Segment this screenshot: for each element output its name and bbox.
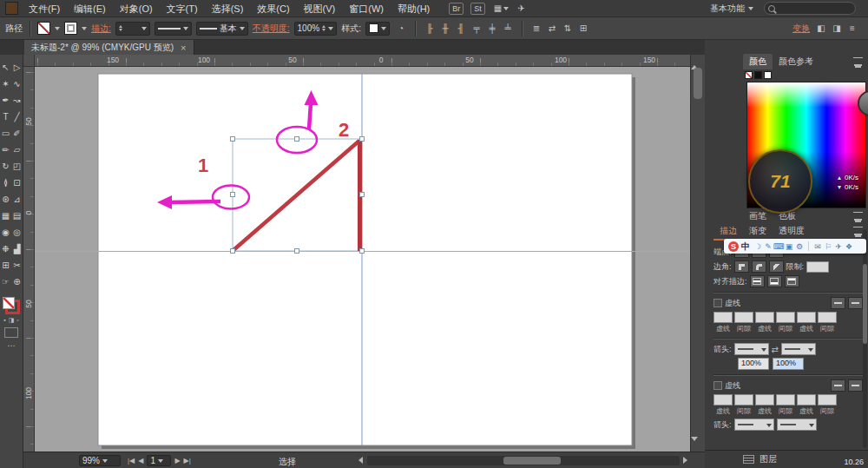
gpu-icon[interactable]: ✈ <box>517 3 524 13</box>
moon-icon[interactable]: ☽ <box>753 242 763 251</box>
dash-value-input[interactable] <box>797 312 816 323</box>
hand-tool[interactable]: ☞ <box>0 274 11 290</box>
direct-selection-tool[interactable]: ▷ <box>11 59 23 76</box>
menu-item-3[interactable]: 对象(O) <box>113 0 160 17</box>
arrange-caret-icon[interactable] <box>503 7 509 10</box>
none-button[interactable]: ▫ <box>16 317 18 324</box>
line-tool[interactable]: ╱ <box>11 109 23 125</box>
lasso-tool[interactable]: ∿ <box>11 76 23 92</box>
stroke-width-stepper[interactable] <box>119 25 122 31</box>
arrange-documents-icon[interactable]: ▦ <box>494 3 502 13</box>
bridge-badge[interactable]: Br <box>449 3 464 15</box>
dash-value-input[interactable] <box>734 312 753 323</box>
drawing-mode-icon[interactable] <box>4 327 18 338</box>
ime-language-toggle[interactable]: 中 <box>741 241 750 253</box>
none-swatch[interactable] <box>745 71 753 79</box>
artboard-tool[interactable]: ⊞ <box>0 257 11 274</box>
tab-stroke[interactable]: 描边 <box>713 223 743 241</box>
panel-menu-icon[interactable] <box>853 227 863 234</box>
dash-value-input[interactable] <box>818 394 837 405</box>
flag-icon[interactable]: ⚐ <box>823 242 833 251</box>
vertical-scrollbar[interactable] <box>690 55 705 452</box>
scroll-up-icon[interactable] <box>691 55 705 65</box>
document-viewport[interactable]: 1 2 <box>35 67 690 452</box>
perspective-grid-tool[interactable]: ⊿ <box>11 191 23 208</box>
menu-item-4[interactable]: 文字(T) <box>160 0 205 17</box>
gradient-tool[interactable]: ▤ <box>11 208 23 224</box>
scroll-down-icon[interactable] <box>691 441 705 452</box>
fill-swatch[interactable] <box>37 22 50 35</box>
white-swatch[interactable] <box>764 71 772 79</box>
handle-bottom-center[interactable] <box>295 249 299 254</box>
join-bevel-button[interactable] <box>769 260 784 273</box>
arrowhead-end-select-2[interactable] <box>777 419 817 431</box>
dashed-line-checkbox[interactable] <box>713 381 722 390</box>
network-icon[interactable]: ✈ <box>833 242 844 251</box>
dash-value-input[interactable] <box>818 312 837 323</box>
nav-prev-icon-1[interactable]: |◀ <box>128 457 135 465</box>
align-top-icon[interactable]: ╤ <box>470 22 483 35</box>
handle-top-center[interactable] <box>295 137 299 142</box>
menu-item-9[interactable]: 帮助(H) <box>391 0 437 17</box>
nav-next-icon-1[interactable]: ▶ <box>174 457 180 465</box>
slice-tool[interactable]: ✂ <box>11 257 23 274</box>
align-h-center-icon[interactable]: ╫ <box>438 22 452 35</box>
align-stroke-inside-button[interactable] <box>767 275 782 287</box>
gradient-button[interactable]: ◨ <box>9 317 15 324</box>
dash-align-button[interactable] <box>848 379 863 392</box>
style-select[interactable] <box>365 22 390 36</box>
opacity-stepper[interactable] <box>322 25 326 31</box>
arrowhead-scale-input[interactable]: 100% <box>738 358 769 370</box>
dash-value-input[interactable] <box>776 312 795 323</box>
panel-scroll-thumb[interactable] <box>863 264 867 344</box>
menu-item-7[interactable]: 视图(V) <box>297 0 343 17</box>
dash-value-input[interactable] <box>755 394 774 405</box>
search-input[interactable] <box>775 3 852 14</box>
ime-logo-icon[interactable]: S <box>728 241 739 252</box>
mail-icon[interactable]: ✉ <box>812 242 823 251</box>
tab-color-guide[interactable]: 颜色参考 <box>773 54 819 69</box>
selection-tool[interactable]: ↖ <box>0 59 11 76</box>
dash-value-input[interactable] <box>734 394 753 405</box>
opacity-select[interactable]: 100% <box>294 22 338 36</box>
symbol-sprayer-tool[interactable]: ❉ <box>0 241 11 257</box>
search-box[interactable] <box>764 2 856 15</box>
handwriting-icon[interactable]: ✎ <box>763 242 773 251</box>
handle-middle-right[interactable] <box>360 193 365 197</box>
shaper-tool[interactable]: ▱ <box>11 142 23 158</box>
workspace-switcher[interactable]: 基本功能 <box>710 3 753 15</box>
scroll-left-icon[interactable] <box>358 457 363 464</box>
pathfinder-icon[interactable]: ◨ <box>830 22 844 35</box>
miter-limit-input[interactable] <box>806 261 829 273</box>
keyboard-icon[interactable]: ⌨ <box>773 242 784 251</box>
eyedropper-tool[interactable]: ◉ <box>0 224 11 241</box>
menu-item-8[interactable]: 窗口(W) <box>342 0 391 17</box>
shape-mode-icon[interactable]: ◧ <box>814 22 828 35</box>
width-tool[interactable]: ≬ <box>0 175 11 191</box>
variable-width-profile-select[interactable] <box>155 22 192 36</box>
swap-icon[interactable]: ⇄ <box>545 22 559 35</box>
handle-middle-left[interactable] <box>231 193 235 197</box>
free-transform-tool[interactable]: ⊡ <box>11 175 23 191</box>
isolate-icon[interactable]: ⊞ <box>576 22 590 35</box>
scroll-right-icon[interactable] <box>683 457 687 464</box>
swap-arrowheads-icon[interactable]: ⇄ <box>772 345 779 354</box>
dash-value-input[interactable] <box>755 312 774 323</box>
horizontal-ruler[interactable]: 15010050050100150 <box>35 55 690 67</box>
paintbrush-tool[interactable]: ✐ <box>11 125 23 142</box>
artboard[interactable] <box>98 74 632 445</box>
column-graph-tool[interactable]: ▟ <box>11 241 23 257</box>
arrowhead-scale-input[interactable]: 100% <box>773 358 804 370</box>
tab-color[interactable]: 颜色 <box>743 54 773 69</box>
zoom-select[interactable]: 99% <box>79 455 121 466</box>
align-v-center-icon[interactable]: ╪ <box>485 22 499 35</box>
stroke-link[interactable]: 描边: <box>91 23 111 35</box>
chat-icon[interactable]: ❖ <box>844 242 854 251</box>
mesh-tool[interactable]: ▦ <box>0 208 11 224</box>
menu-item-5[interactable]: 选择(S) <box>205 0 251 17</box>
panel-menu-icon[interactable] <box>853 57 863 64</box>
handle-bottom-left[interactable] <box>231 249 235 254</box>
fill-caret-icon[interactable] <box>55 27 60 30</box>
recolor-artwork-icon[interactable]: ◔ <box>394 22 408 35</box>
tab-gradient[interactable]: 渐变 <box>743 223 773 241</box>
